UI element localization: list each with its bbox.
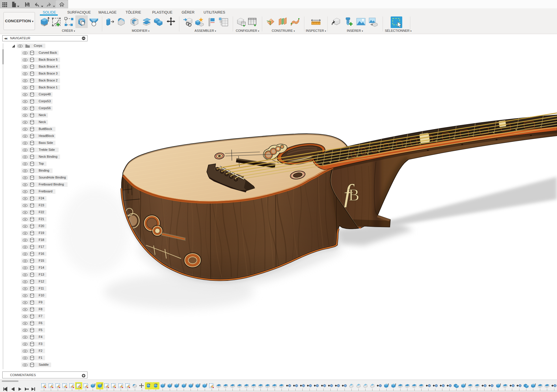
- svg-text:B: B: [349, 186, 359, 204]
